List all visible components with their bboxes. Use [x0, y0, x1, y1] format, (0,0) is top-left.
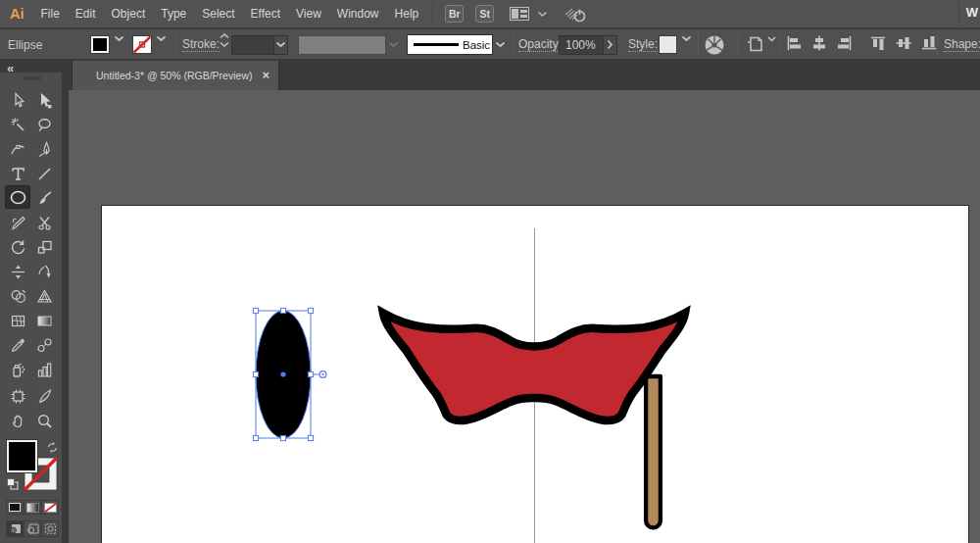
recolor-artwork-icon[interactable] [704, 29, 725, 60]
draw-normal-button[interactable] [6, 520, 24, 537]
selection-handle[interactable] [280, 435, 285, 440]
selection-handle[interactable] [280, 308, 285, 313]
perspective-grid-tool[interactable] [31, 284, 57, 308]
gradient-button[interactable] [24, 500, 41, 515]
selection-handle[interactable] [253, 371, 258, 376]
direct-selection-tool[interactable] [31, 88, 57, 112]
scissors-tool[interactable] [31, 211, 57, 234]
menubar-right-partial-text: W [966, 5, 978, 20]
shape-panel-link[interactable]: Shape: [944, 37, 980, 52]
pen-tool[interactable] [31, 137, 57, 161]
gradient-tool[interactable] [31, 309, 57, 332]
slice-tool[interactable] [31, 384, 57, 408]
stroke-color-chevron-icon[interactable] [154, 29, 168, 48]
curvature-tool[interactable] [5, 137, 30, 161]
document-setup-chevron-icon[interactable] [764, 29, 778, 48]
blend-tool[interactable] [31, 333, 57, 357]
stroke-weight-field[interactable] [231, 35, 274, 55]
selection-handle[interactable] [308, 308, 313, 313]
color-button[interactable] [6, 500, 24, 515]
lasso-tool[interactable] [31, 113, 57, 136]
opacity-panel-link[interactable]: Opacity: [518, 37, 562, 52]
menu-help[interactable]: Help [387, 0, 427, 28]
document-tab[interactable]: Untitled-3* @ 50% (RGB/Preview) × [72, 61, 279, 90]
align-v-center-icon[interactable] [896, 35, 911, 55]
brush-definition-dropdown[interactable]: Basic [407, 34, 493, 55]
pencil-tool[interactable] [5, 211, 30, 234]
none-button[interactable] [41, 500, 59, 515]
selection-handle[interactable] [253, 435, 258, 440]
selection-handle[interactable] [308, 371, 313, 376]
magic-wand-tool[interactable] [5, 113, 30, 136]
paintbrush-tool[interactable] [31, 186, 57, 210]
menu-window[interactable]: Window [329, 0, 387, 28]
scale-tool[interactable] [31, 235, 57, 259]
draw-inside-button[interactable] [41, 520, 59, 537]
type-tool[interactable] [5, 162, 30, 185]
menu-view[interactable]: View [288, 0, 329, 28]
align-top-icon[interactable] [870, 35, 886, 55]
stroke-weight-chevron-icon[interactable] [274, 35, 288, 55]
selection-tool[interactable] [5, 88, 30, 112]
symbol-sprayer-tool[interactable] [5, 358, 30, 381]
menu-edit[interactable]: Edit [68, 0, 104, 28]
style-panel-link[interactable]: Style: [628, 37, 658, 52]
bridge-button[interactable]: Br [445, 5, 464, 23]
eyedropper-tool[interactable] [5, 333, 30, 357]
brush-stroke-preview [414, 43, 459, 46]
zoom-tool[interactable] [31, 409, 57, 432]
workspace-chevron-down-icon[interactable] [537, 11, 548, 18]
shape-builder-tool[interactable] [5, 284, 30, 308]
default-fill-stroke-icon[interactable] [6, 477, 20, 495]
style-swatch[interactable] [659, 35, 677, 54]
ellipse-tool[interactable] [5, 185, 30, 209]
tab-close-icon[interactable]: × [262, 68, 270, 82]
brush-definition-chevron-icon[interactable] [493, 35, 507, 54]
touch-power-icon[interactable] [564, 3, 589, 25]
width-tool[interactable] [5, 260, 30, 283]
stroke-weight-stepper[interactable] [218, 29, 230, 50]
fill-color-swatch[interactable] [90, 35, 110, 54]
fill-stroke-controls [0, 437, 62, 496]
stroke-panel-link[interactable]: Stroke: [182, 37, 220, 52]
menu-effect[interactable]: Effect [243, 0, 288, 28]
mesh-tool[interactable] [5, 309, 30, 332]
stock-button[interactable]: St [475, 5, 494, 23]
align-left-icon[interactable] [786, 35, 802, 55]
opacity-field[interactable]: 100% [559, 35, 604, 55]
align-bottom-icon[interactable] [921, 35, 937, 55]
workspace-layout-icon[interactable] [510, 7, 529, 21]
stroke-color-swatch[interactable] [132, 35, 152, 54]
document-area[interactable] [69, 90, 980, 543]
tools-panel-grip[interactable] [24, 76, 41, 80]
fill-indicator[interactable] [7, 440, 37, 472]
align-h-center-icon[interactable] [811, 35, 827, 55]
align-buttons-group [781, 29, 942, 60]
selection-handle[interactable] [308, 435, 313, 440]
document-setup-icon[interactable] [746, 29, 765, 60]
menu-object[interactable]: Object [104, 0, 154, 28]
menu-type[interactable]: Type [153, 0, 194, 28]
menu-file[interactable]: File [33, 0, 68, 28]
artboard-tool[interactable] [5, 384, 30, 408]
column-graph-tool[interactable] [31, 358, 57, 381]
menu-select[interactable]: Select [194, 0, 242, 28]
swap-fill-stroke-icon[interactable] [46, 440, 59, 458]
free-transform-tool[interactable] [31, 260, 57, 283]
align-h-right-icon[interactable] [837, 35, 853, 55]
width-profile-chevron-icon [386, 35, 400, 54]
document-tab-title: Untitled-3* @ 50% (RGB/Preview) [96, 70, 252, 81]
selection-center-point[interactable] [280, 371, 285, 376]
line-segment-tool[interactable] [31, 162, 57, 185]
mask-stick-shape[interactable] [646, 376, 661, 527]
control-bar: Ellipse Stroke: [0, 29, 980, 60]
fill-color-chevron-icon[interactable] [112, 29, 125, 48]
rotate-tool[interactable] [5, 235, 30, 259]
app-logo[interactable]: Ai [0, 6, 33, 22]
opacity-expander-icon[interactable] [604, 35, 617, 55]
draw-behind-button[interactable] [24, 520, 41, 537]
pie-widget-dot [321, 373, 323, 375]
hand-tool[interactable] [5, 409, 30, 432]
style-chevron-icon[interactable] [679, 29, 693, 48]
selection-handle[interactable] [253, 308, 258, 313]
